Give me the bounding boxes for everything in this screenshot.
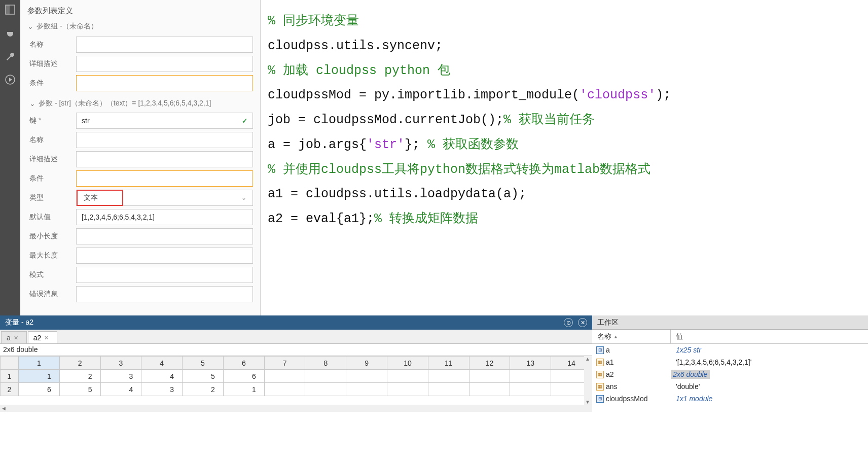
input-key[interactable] xyxy=(76,113,253,129)
grid-cell[interactable] xyxy=(510,370,551,383)
label-maxlen: 最大长度 xyxy=(27,251,76,260)
chevron-down-icon: ⌄ xyxy=(29,99,35,108)
col-header[interactable]: 11 xyxy=(428,357,469,370)
grid-cell[interactable] xyxy=(387,370,428,383)
label-cond: 条件 xyxy=(27,79,76,88)
var-name: a xyxy=(606,346,610,354)
workspace-item[interactable]: ▦a22x6 double xyxy=(592,368,868,380)
select-type[interactable]: 文本 ⌄ xyxy=(76,190,253,206)
code-comment: % 转换成矩阵数据 xyxy=(374,211,478,226)
tab-a2[interactable]: a2✕ xyxy=(28,331,58,343)
input-default[interactable] xyxy=(76,209,253,225)
col-header[interactable]: 4 xyxy=(141,357,183,370)
grid-cell[interactable] xyxy=(264,370,305,383)
grid-cell[interactable]: 1 xyxy=(223,383,264,396)
label-name: 名称 xyxy=(27,40,76,49)
grid-cell[interactable]: 5 xyxy=(183,370,224,383)
vertical-scrollbar[interactable]: ▲▼ xyxy=(584,356,592,405)
input-name[interactable] xyxy=(76,132,253,148)
plug-icon[interactable] xyxy=(5,27,16,39)
param-item-header[interactable]: ⌄ 参数 - [str]（未命名）（text）= [1,2,3,4,5,6;6,… xyxy=(29,99,253,108)
horizontal-scrollbar[interactable]: ◄ xyxy=(0,405,592,412)
workspace-columns: 名称▲ 值 xyxy=(592,330,868,344)
workspace-item[interactable]: ▦ans'double' xyxy=(592,380,868,393)
grid-cell[interactable]: 6 xyxy=(19,383,60,396)
var-name: ans xyxy=(606,382,618,391)
grid-cell[interactable] xyxy=(428,383,469,396)
workspace-item[interactable]: ⊞a1x25 str xyxy=(592,344,868,356)
col-header[interactable]: 9 xyxy=(346,357,387,370)
grid-cell[interactable] xyxy=(469,383,510,396)
tab-a[interactable]: a✕ xyxy=(1,331,27,343)
grid-cell[interactable] xyxy=(305,370,346,383)
grid-cell[interactable]: 2 xyxy=(183,383,224,396)
label-type: 类型 xyxy=(27,193,76,202)
col-header[interactable]: 12 xyxy=(469,357,510,370)
wrench-icon[interactable] xyxy=(5,51,16,62)
col-header[interactable]: 1 xyxy=(19,357,60,370)
col-header[interactable]: 8 xyxy=(305,357,346,370)
grid-cell[interactable] xyxy=(264,383,305,396)
col-header[interactable]: 6 xyxy=(223,357,264,370)
col-header[interactable]: 10 xyxy=(387,357,428,370)
input-errmsg[interactable] xyxy=(76,286,253,302)
label-name: 名称 xyxy=(27,135,76,145)
label-default: 默认值 xyxy=(27,213,76,222)
grid-cell[interactable]: 3 xyxy=(141,383,183,396)
grid-cell[interactable] xyxy=(428,370,469,383)
grid-cell[interactable] xyxy=(387,383,428,396)
scroll-down-icon[interactable]: ▼ xyxy=(585,399,590,405)
input-pattern[interactable] xyxy=(76,267,253,283)
layout-icon[interactable] xyxy=(5,4,16,15)
input-group-cond[interactable] xyxy=(76,75,253,91)
grid-cell[interactable]: 4 xyxy=(141,370,183,383)
workspace-item[interactable]: ⊞cloudpssMod1x1 module xyxy=(592,393,868,405)
input-detail[interactable] xyxy=(76,151,253,167)
row-header[interactable]: 1 xyxy=(1,370,19,383)
grid-cell[interactable]: 1 xyxy=(19,370,60,383)
group-header-label: 参数组 -（未命名） xyxy=(37,22,98,31)
input-group-detail[interactable] xyxy=(76,56,253,72)
type-value: 文本 xyxy=(84,193,98,202)
minimize-icon[interactable]: ⊙ xyxy=(564,318,573,327)
grid-cell[interactable]: 5 xyxy=(59,383,100,396)
var-value: 'double' xyxy=(671,382,868,391)
tab-close-icon[interactable]: ✕ xyxy=(44,335,49,341)
variable-grid[interactable]: 123456789101112131411234562654321 xyxy=(0,356,592,407)
workspace-item[interactable]: ▦a1'[1,2,3,4,5,6;6,5,4,3,2,1]' xyxy=(592,356,868,368)
code-editor[interactable]: % 同步环境变量 cloudpss.utils.syncenv; % 加载 cl… xyxy=(261,0,868,315)
col-header[interactable]: 3 xyxy=(100,357,141,370)
grid-cell[interactable]: 2 xyxy=(59,370,100,383)
grid-cell[interactable]: 3 xyxy=(100,370,141,383)
param-group-header[interactable]: ⌄ 参数组 -（未命名） xyxy=(27,22,253,31)
grid-cell[interactable] xyxy=(346,383,387,396)
grid-cell[interactable] xyxy=(346,370,387,383)
input-maxlen[interactable] xyxy=(76,248,253,264)
scroll-left-icon[interactable]: ◄ xyxy=(1,405,7,411)
play-icon[interactable] xyxy=(5,74,16,85)
label-errmsg: 错误消息 xyxy=(27,290,76,299)
input-group-name[interactable] xyxy=(76,37,253,53)
grid-cell[interactable]: 4 xyxy=(100,383,141,396)
grid-cell[interactable] xyxy=(469,370,510,383)
type-select-highlight: 文本 xyxy=(77,190,123,206)
var-type-icon: ▦ xyxy=(596,383,604,391)
col-value[interactable]: 值 xyxy=(671,332,868,341)
col-header[interactable]: 13 xyxy=(510,357,551,370)
col-header[interactable]: 5 xyxy=(183,357,224,370)
close-icon[interactable]: ✕ xyxy=(578,318,587,327)
tab-close-icon[interactable]: ✕ xyxy=(14,335,18,341)
grid-cell[interactable] xyxy=(510,383,551,396)
sort-asc-icon: ▲ xyxy=(613,334,618,339)
code-line: % 同步环境变量 xyxy=(268,14,359,28)
row-header[interactable]: 2 xyxy=(1,383,19,396)
grid-cell[interactable] xyxy=(305,383,346,396)
col-name[interactable]: 名称▲ xyxy=(592,330,671,343)
col-header[interactable]: 7 xyxy=(264,357,305,370)
input-cond[interactable] xyxy=(76,170,253,187)
grid-cell[interactable]: 6 xyxy=(223,370,264,383)
scroll-up-icon[interactable]: ▲ xyxy=(585,356,590,362)
input-minlen[interactable] xyxy=(76,228,253,244)
var-value: 1x25 str xyxy=(671,346,868,354)
col-header[interactable]: 2 xyxy=(59,357,100,370)
